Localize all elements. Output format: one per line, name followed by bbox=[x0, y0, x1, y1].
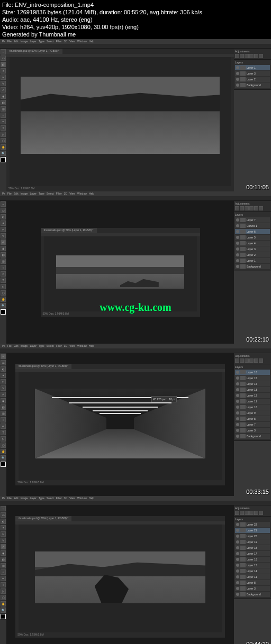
move-tool-icon[interactable]: ↔ bbox=[1, 354, 6, 359]
layer-item[interactable]: Layer 20 bbox=[235, 533, 270, 539]
stamp-tool-icon[interactable]: ◉ bbox=[1, 246, 6, 251]
document-tab[interactable]: thumbnails.psd @ 50% (Layer 1, RGB/8) * bbox=[6, 49, 62, 54]
gradient-tool-icon[interactable]: ▥ bbox=[1, 106, 6, 112]
adj-icon[interactable] bbox=[245, 358, 249, 363]
layer-item[interactable]: Layer 14 bbox=[235, 568, 270, 574]
type-tool-icon[interactable]: T bbox=[1, 430, 6, 435]
crop-tool-icon[interactable]: ✂ bbox=[1, 227, 6, 232]
options-bar[interactable] bbox=[0, 196, 271, 201]
layer-item[interactable]: Layer 17 bbox=[235, 551, 270, 556]
layer-item[interactable]: Layer 11 bbox=[235, 574, 270, 579]
canvas[interactable] bbox=[19, 525, 222, 632]
visibility-icon[interactable] bbox=[236, 540, 239, 544]
colors-icon[interactable] bbox=[1, 614, 6, 619]
eraser-tool-icon[interactable]: ◧ bbox=[1, 100, 6, 105]
options-bar[interactable] bbox=[0, 501, 271, 505]
layer-item[interactable]: Layer 14 bbox=[235, 381, 270, 387]
adj-icon[interactable] bbox=[240, 54, 244, 58]
layer-item[interactable]: Layer 10 bbox=[235, 404, 270, 410]
adj-icon[interactable] bbox=[249, 511, 254, 515]
adj-icon[interactable] bbox=[245, 206, 249, 210]
shape-tool-icon[interactable]: ▢ bbox=[1, 290, 6, 296]
wand-tool-icon[interactable]: ✦ bbox=[1, 220, 6, 226]
layer-item[interactable]: Layer 19 bbox=[235, 539, 270, 545]
visibility-icon[interactable] bbox=[236, 423, 239, 426]
dodge-tool-icon[interactable]: ○ bbox=[1, 265, 6, 270]
visibility-icon[interactable] bbox=[236, 259, 239, 262]
layer-item[interactable]: Layer 3 bbox=[235, 71, 270, 76]
adj-icon[interactable] bbox=[249, 54, 254, 58]
layer-item[interactable]: Layer 12 bbox=[235, 393, 270, 398]
stamp-tool-icon[interactable]: ◉ bbox=[1, 550, 6, 556]
visibility-icon[interactable] bbox=[236, 552, 239, 555]
zoom-tool-icon[interactable]: 🔍 bbox=[1, 608, 6, 613]
eyedropper-tool-icon[interactable]: ✎ bbox=[1, 81, 6, 86]
visibility-icon[interactable] bbox=[236, 523, 239, 526]
visibility-icon[interactable] bbox=[236, 242, 239, 245]
lasso-tool-icon[interactable]: ◐ bbox=[1, 214, 6, 219]
layers-panel[interactable]: Layers Layer 1 Layer 3 Layer 2 Backgroun… bbox=[234, 60, 271, 90]
layer-item[interactable]: Background bbox=[235, 592, 270, 597]
visibility-icon[interactable] bbox=[236, 265, 239, 268]
document-window[interactable]: thumbnails.psd @ 50% (Layer 1, RGB/8) * bbox=[15, 364, 225, 485]
visibility-icon[interactable] bbox=[236, 394, 239, 397]
pen-tool-icon[interactable]: ✒ bbox=[1, 576, 6, 581]
layer-item[interactable]: Layer 3 bbox=[235, 428, 270, 433]
layer-item[interactable]: Layer 9 bbox=[235, 410, 270, 416]
adj-icon[interactable] bbox=[249, 206, 254, 210]
visibility-icon[interactable] bbox=[236, 78, 239, 81]
layer-item[interactable]: Layer 2 bbox=[235, 252, 270, 257]
visibility-icon[interactable] bbox=[236, 224, 239, 227]
layer-item[interactable]: Layer 6 bbox=[235, 229, 270, 234]
colors-icon[interactable] bbox=[1, 309, 6, 315]
adj-icon[interactable] bbox=[249, 358, 254, 363]
eyedropper-tool-icon[interactable]: ✎ bbox=[1, 538, 6, 543]
panels-dock[interactable]: Adjustments Layers Layer 7 Curves 1 Laye… bbox=[234, 201, 271, 344]
eyedropper-tool-icon[interactable]: ✎ bbox=[1, 233, 6, 238]
layer-item[interactable]: Layer 11 bbox=[235, 399, 270, 404]
canvas[interactable] bbox=[44, 236, 197, 311]
stamp-tool-icon[interactable]: ◉ bbox=[1, 398, 6, 403]
visibility-icon[interactable] bbox=[236, 236, 239, 239]
visibility-icon[interactable] bbox=[236, 546, 239, 549]
type-tool-icon[interactable]: T bbox=[1, 125, 6, 131]
visibility-icon[interactable] bbox=[236, 593, 239, 596]
layer-item[interactable]: Layer 8 bbox=[235, 416, 270, 421]
document-tab[interactable]: thumbnails.psd @ 50% (Layer 1, RGB/8) * bbox=[15, 364, 71, 369]
adj-icon[interactable] bbox=[245, 511, 249, 515]
adj-icon[interactable] bbox=[259, 358, 263, 363]
layers-panel[interactable]: Layers Layer 16 Layer 15 Layer 14 Layer … bbox=[234, 364, 271, 441]
move-tool-icon[interactable]: ↔ bbox=[1, 49, 6, 54]
shape-tool-icon[interactable]: ▢ bbox=[1, 595, 6, 600]
document-window[interactable]: thumbnails.psd @ 50% (Layer 1, RGB/8) * … bbox=[6, 49, 234, 191]
layer-item[interactable]: Layer 2 bbox=[235, 77, 270, 82]
layer-item[interactable]: Layer 3 bbox=[235, 246, 270, 252]
marquee-tool-icon[interactable]: ▭ bbox=[1, 360, 6, 365]
visibility-icon[interactable] bbox=[236, 406, 239, 409]
lasso-tool-icon[interactable]: ◐ bbox=[1, 62, 6, 67]
move-tool-icon[interactable]: ↔ bbox=[1, 201, 6, 207]
adj-icon[interactable] bbox=[240, 511, 244, 515]
layer-item[interactable]: Layer 22 bbox=[235, 522, 270, 527]
adjustments-panel[interactable]: Adjustments bbox=[234, 353, 271, 364]
visibility-icon[interactable] bbox=[236, 569, 239, 573]
wand-tool-icon[interactable]: ✦ bbox=[1, 68, 6, 73]
brush-tool-icon[interactable]: ✐ bbox=[1, 392, 6, 397]
adj-icon[interactable] bbox=[235, 511, 239, 515]
shape-tool-icon[interactable]: ▢ bbox=[1, 443, 6, 448]
layer-item[interactable]: Layer 15 bbox=[235, 563, 270, 568]
layer-item[interactable]: Layer 15 bbox=[235, 375, 270, 381]
adj-icon[interactable] bbox=[254, 358, 258, 363]
zoom-tool-icon[interactable]: 🔍 bbox=[1, 303, 6, 308]
layer-item[interactable]: Layer 7 bbox=[235, 217, 270, 223]
hand-tool-icon[interactable]: ✋ bbox=[1, 449, 6, 454]
layers-panel[interactable]: Layers Layer 22 Layer 21 Layer 20 Layer … bbox=[234, 517, 271, 599]
path-tool-icon[interactable]: ▷ bbox=[1, 436, 6, 441]
dodge-tool-icon[interactable]: ○ bbox=[1, 113, 6, 118]
brush-tool-icon[interactable]: ✐ bbox=[1, 544, 6, 549]
brush-tool-icon[interactable]: ✐ bbox=[1, 87, 6, 93]
menu-bar[interactable]: PsFileEditImageLayerTypeSelectFilter3DVi… bbox=[0, 39, 271, 44]
visibility-icon[interactable] bbox=[236, 564, 239, 567]
adjustments-panel[interactable]: Adjustments bbox=[234, 505, 271, 517]
eyedropper-tool-icon[interactable]: ✎ bbox=[1, 385, 6, 391]
